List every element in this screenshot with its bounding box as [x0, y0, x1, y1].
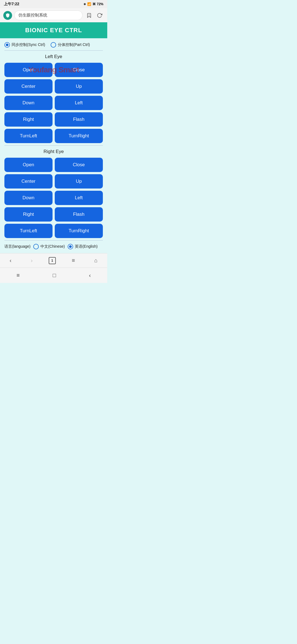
right-eye-down-left-row: Down Left — [4, 191, 103, 205]
browser-menu-button[interactable]: ≡ — [68, 256, 78, 265]
system-menu-button[interactable]: ≡ — [13, 271, 24, 280]
app-title: BIONIC EYE CTRL — [4, 27, 103, 34]
left-eye-down-button[interactable]: Down — [4, 96, 53, 110]
right-eye-right-button[interactable]: Right — [4, 207, 53, 222]
left-eye-open-close-row: Open Close — [4, 63, 103, 77]
browser-actions — [85, 11, 104, 20]
browser-bar: 仿生眼控制系统 — [0, 8, 107, 22]
english-radio[interactable] — [68, 244, 73, 249]
app-header: BIONIC EYE CTRL — [0, 22, 107, 38]
bluetooth-icon: ∗ — [83, 2, 86, 6]
language-row: 语言(language) 中文(Chinese) 英语(English) — [4, 244, 103, 249]
chinese-option[interactable]: 中文(Chinese) — [33, 244, 65, 249]
left-eye-close-button[interactable]: Close — [55, 63, 103, 77]
language-label: 语言(language) — [4, 244, 31, 249]
battery-icon: 72% — [97, 2, 103, 6]
left-eye-left-button[interactable]: Left — [55, 96, 103, 110]
right-eye-close-button[interactable]: Close — [55, 158, 103, 172]
left-eye-turnright-button[interactable]: TurnRight — [55, 129, 103, 143]
left-eye-turn-row: TurnLeft TurnRight — [4, 129, 103, 143]
right-eye-open-button[interactable]: Open — [4, 158, 53, 172]
right-eye-center-button[interactable]: Center — [4, 174, 53, 189]
right-eye-down-button[interactable]: Down — [4, 191, 53, 205]
browser-home-button[interactable]: ⌂ — [91, 256, 101, 265]
divider-top — [4, 50, 103, 51]
refresh-button[interactable] — [95, 11, 104, 20]
part-ctrl-label: 分体控制(Part Ctrl) — [58, 42, 90, 47]
browser-back-button[interactable]: ‹ — [6, 256, 15, 265]
left-eye-title: Left Eye — [4, 54, 103, 59]
status-bar: 上午7:22 ∗ 📶 ⌘ 72% — [0, 0, 107, 8]
browser-shield-icon — [3, 11, 12, 20]
left-eye-right-flash-row: Right Flash — [4, 112, 103, 127]
sync-ctrl-label: 同步控制(Sync Ctrl) — [12, 42, 45, 47]
english-label: 英语(English) — [75, 244, 98, 249]
control-mode-row: 同步控制(Sync Ctrl) 分体控制(Part Ctrl) — [4, 42, 103, 48]
left-eye-center-up-row: Center Up — [4, 79, 103, 94]
left-eye-flash-button[interactable]: Flash — [55, 112, 103, 127]
left-eye-up-button[interactable]: Up — [55, 79, 103, 94]
browser-tabs-button[interactable]: 1 — [49, 257, 56, 264]
chinese-label: 中文(Chinese) — [40, 244, 65, 249]
right-eye-center-up-row: Center Up — [4, 174, 103, 189]
left-eye-turnleft-button[interactable]: TurnLeft — [4, 129, 53, 143]
right-eye-turnleft-button[interactable]: TurnLeft — [4, 224, 53, 238]
url-bar[interactable]: 仿生眼控制系统 — [14, 10, 82, 20]
right-eye-up-button[interactable]: Up — [55, 174, 103, 189]
left-eye-center-button[interactable]: Center — [4, 79, 53, 94]
sync-ctrl-radio[interactable] — [4, 42, 10, 48]
left-eye-open-button[interactable]: Open — [4, 63, 53, 77]
status-time: 上午7:22 — [4, 2, 19, 7]
right-eye-turnright-button[interactable]: TurnRight — [55, 224, 103, 238]
signal-icon: 📶 — [87, 2, 91, 6]
sync-ctrl-option[interactable]: 同步控制(Sync Ctrl) — [4, 42, 45, 48]
part-ctrl-radio[interactable] — [51, 42, 56, 48]
wifi-icon: ⌘ — [92, 2, 96, 6]
english-option[interactable]: 英语(English) — [68, 244, 98, 249]
right-eye-open-close-row: Open Close — [4, 158, 103, 172]
system-home-button[interactable]: □ — [49, 271, 60, 280]
right-eye-flash-button[interactable]: Flash — [55, 207, 103, 222]
right-eye-turn-row: TurnLeft TurnRight — [4, 224, 103, 238]
right-eye-title: Right Eye — [4, 149, 103, 154]
part-ctrl-option[interactable]: 分体控制(Part Ctrl) — [51, 42, 90, 48]
browser-forward-button[interactable]: › — [28, 256, 36, 265]
status-icons: ∗ 📶 ⌘ 72% — [83, 2, 103, 6]
left-eye-right-button[interactable]: Right — [4, 112, 53, 127]
system-nav-bar: ≡ □ ‹ — [0, 268, 107, 283]
bookmark-button[interactable] — [85, 11, 94, 20]
divider-bottom — [4, 240, 103, 241]
left-eye-open-close-container: Youfang Smart Open Close — [4, 63, 103, 77]
right-eye-right-flash-row: Right Flash — [4, 207, 103, 222]
left-eye-down-left-row: Down Left — [4, 96, 103, 110]
system-back-button[interactable]: ‹ — [85, 271, 95, 280]
divider-middle — [4, 145, 103, 146]
app-content: 同步控制(Sync Ctrl) 分体控制(Part Ctrl) Left Eye… — [0, 38, 107, 253]
right-eye-left-button[interactable]: Left — [55, 191, 103, 205]
browser-nav-bar: ‹ › 1 ≡ ⌂ — [0, 253, 107, 268]
chinese-radio[interactable] — [33, 244, 39, 249]
